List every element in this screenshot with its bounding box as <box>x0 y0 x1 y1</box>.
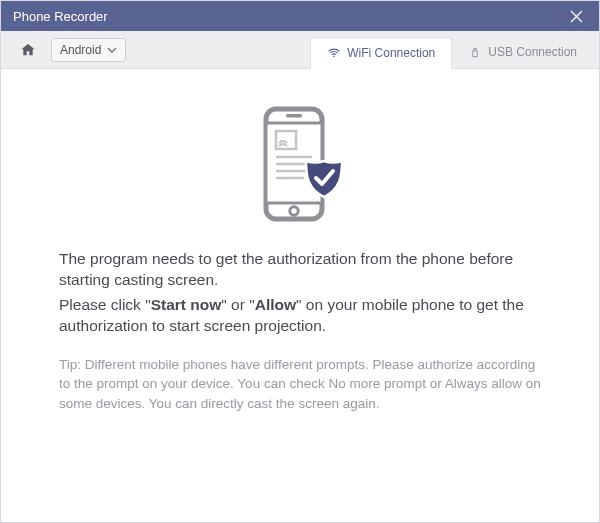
auth-message-line1: The program needs to get the authorizati… <box>59 249 541 291</box>
home-button[interactable] <box>11 31 45 68</box>
close-button[interactable] <box>561 1 591 31</box>
svg-rect-3 <box>473 51 478 57</box>
toolbar: Android WiFi Connection USB Connection <box>1 31 599 69</box>
tab-wifi-connection[interactable]: WiFi Connection <box>310 37 452 69</box>
os-dropdown[interactable]: Android <box>51 38 126 62</box>
svg-point-2 <box>333 56 335 58</box>
wifi-icon <box>327 46 341 60</box>
svg-rect-9 <box>286 114 302 118</box>
app-title: Phone Recorder <box>13 9 561 24</box>
content-area: The program needs to get the authorizati… <box>1 69 599 522</box>
close-icon <box>570 10 583 23</box>
toolbar-spacer <box>126 31 310 68</box>
app-window: Phone Recorder Android WiFi Connection U… <box>0 0 600 523</box>
chevron-down-icon <box>107 47 117 53</box>
line2-startnow: Start now <box>151 296 222 313</box>
line2-allow: Allow <box>255 296 296 313</box>
connection-tabs: WiFi Connection USB Connection <box>310 31 599 68</box>
hero-illustration <box>59 105 541 225</box>
titlebar: Phone Recorder <box>1 1 599 31</box>
line2-mid: " or " <box>221 296 254 313</box>
tab-wifi-label: WiFi Connection <box>347 46 435 60</box>
os-dropdown-label: Android <box>60 43 101 57</box>
tab-usb-connection[interactable]: USB Connection <box>452 36 593 68</box>
usb-icon <box>468 45 482 59</box>
tip-text: Tip: Different mobile phones have differ… <box>59 355 541 414</box>
line2-pre: Please click " <box>59 296 151 313</box>
phone-shield-icon <box>246 105 354 225</box>
home-icon <box>20 42 36 58</box>
auth-message-line2: Please click "Start now" or "Allow" on y… <box>59 295 541 337</box>
tab-usb-label: USB Connection <box>488 45 577 59</box>
svg-point-8 <box>290 207 298 215</box>
